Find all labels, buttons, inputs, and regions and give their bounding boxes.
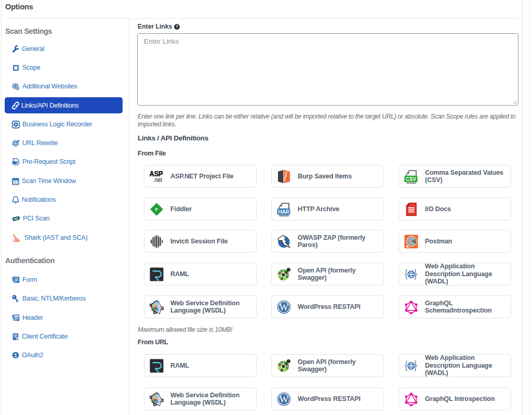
svg-text:?: ?: [176, 24, 178, 29]
svg-text:JS: JS: [16, 161, 19, 164]
